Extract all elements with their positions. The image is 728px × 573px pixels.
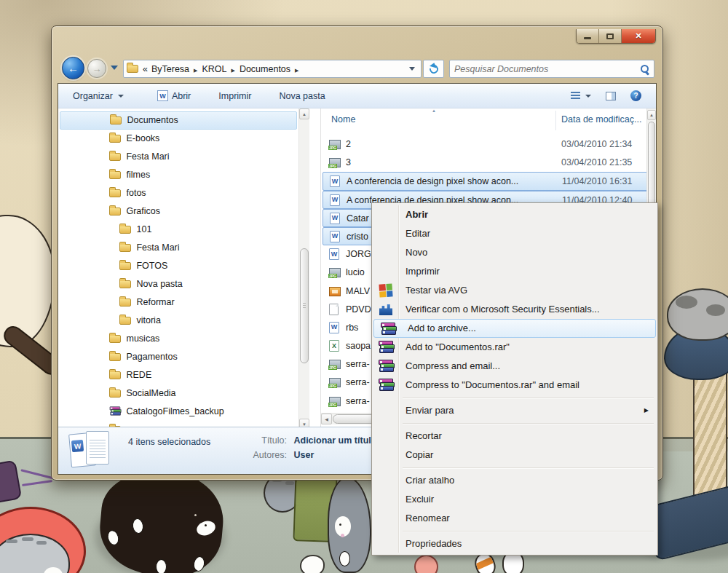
tree-item[interactable]: 101 bbox=[58, 221, 298, 239]
tree-item[interactable]: musicas bbox=[58, 330, 298, 348]
back-arrow-icon: ← bbox=[68, 62, 79, 74]
imprimir-button[interactable]: Imprimir bbox=[211, 88, 258, 104]
tree-item[interactable]: filmes bbox=[58, 166, 298, 184]
tree-item[interactable]: Nova pasta bbox=[58, 275, 298, 293]
menu-item[interactable]: ▶ bbox=[372, 420, 657, 427]
minimize-button[interactable] bbox=[577, 29, 599, 43]
file-name: Catar bbox=[347, 210, 369, 228]
menu-item[interactable]: Recortar ▶ bbox=[372, 427, 657, 446]
history-dropdown-icon[interactable] bbox=[111, 66, 118, 70]
tree-item[interactable]: fotos bbox=[58, 184, 298, 202]
preview-pane-button[interactable] bbox=[598, 89, 623, 103]
tree-item-label: filmes bbox=[126, 170, 150, 180]
tree-item[interactable]: Reformar bbox=[58, 293, 298, 312]
tree-scrollbar-thumb[interactable] bbox=[300, 248, 309, 363]
menu-item-icon bbox=[376, 302, 397, 317]
tree-item-label: vitoria bbox=[136, 315, 160, 325]
tree-item[interactable]: Festa Mari bbox=[58, 239, 298, 257]
menu-item[interactable]: Copiar ▶ bbox=[372, 446, 657, 465]
tree-item[interactable]: SocialMedia bbox=[58, 384, 298, 403]
file-name: lucio bbox=[346, 264, 365, 282]
menu-item[interactable]: Editar ▶ bbox=[372, 224, 657, 243]
file-type-icon: W X bbox=[329, 376, 342, 389]
menu-item[interactable]: Testar via AVG ▶ bbox=[372, 281, 657, 300]
menu-item[interactable]: ▶ bbox=[372, 395, 657, 401]
file-modified-date: 03/04/2010 21:35 bbox=[561, 154, 632, 172]
organizar-button[interactable]: Organizar bbox=[66, 88, 131, 104]
file-type-icon: W X bbox=[330, 213, 343, 225]
menu-item-label: Abrir bbox=[405, 209, 428, 220]
tree-item[interactable]: FOTOS bbox=[58, 257, 298, 275]
breadcrumb-item[interactable]: Documentos bbox=[240, 64, 304, 74]
tree-item[interactable]: E-books bbox=[58, 130, 298, 148]
file-name: cristo bbox=[347, 228, 368, 246]
winrar-icon bbox=[378, 379, 394, 391]
menu-item[interactable]: Novo ▶ bbox=[372, 243, 657, 262]
folder-icon bbox=[119, 260, 134, 270]
file-type-icon: W X bbox=[329, 304, 342, 316]
menu-item[interactable]: Imprimir ▶ bbox=[372, 262, 657, 281]
wallpaper-sleeping-cat bbox=[667, 288, 728, 341]
menu-item[interactable]: ▶ bbox=[372, 528, 657, 534]
menu-item[interactable]: Compress and email... ▶ bbox=[372, 357, 657, 376]
menu-item[interactable]: Add to "Documentos.rar" ▶ bbox=[372, 338, 657, 357]
tree-item[interactable]: Graficos bbox=[58, 202, 298, 221]
winrar-icon bbox=[380, 323, 396, 335]
breadcrumb-item[interactable]: ByTeresa bbox=[151, 64, 202, 74]
back-button[interactable]: ← bbox=[62, 57, 84, 79]
search-icon[interactable] bbox=[640, 64, 649, 74]
nova-pasta-button[interactable]: Nova pasta bbox=[272, 88, 332, 104]
change-view-button[interactable] bbox=[563, 89, 598, 103]
address-bar[interactable]: « ByTeresa KROL Documentos bbox=[123, 60, 422, 78]
menu-item[interactable]: Enviar para ▶ bbox=[372, 401, 657, 420]
title-value[interactable]: Adicionar um título bbox=[293, 435, 376, 446]
breadcrumb-item[interactable]: KROL bbox=[202, 64, 239, 74]
scroll-up-button[interactable]: ▲ bbox=[647, 110, 656, 120]
wallpaper-white-paw bbox=[300, 555, 325, 573]
column-header-name[interactable]: Nome bbox=[331, 114, 355, 125]
address-dropdown-icon[interactable] bbox=[409, 67, 415, 71]
breadcrumb-overflow[interactable]: « bbox=[143, 64, 148, 74]
file-row[interactable]: W X A conferencia de design pixel show a… bbox=[323, 172, 648, 190]
maximize-button[interactable] bbox=[599, 29, 622, 43]
chevron-right-icon[interactable] bbox=[189, 64, 202, 74]
menu-item[interactable]: Excluir ▶ bbox=[372, 490, 657, 509]
forward-button[interactable]: → bbox=[87, 59, 106, 78]
tree-item[interactable]: Festa Mari bbox=[58, 148, 298, 166]
tree-item[interactable]: CatalogoFilmes_backup bbox=[58, 403, 298, 421]
help-button[interactable]: ? bbox=[623, 87, 649, 104]
wallpaper-black-cat bbox=[100, 472, 223, 573]
abrir-button[interactable]: W Abrir bbox=[150, 87, 198, 104]
menu-item[interactable]: Verificar com o Microsoft Security Essen… bbox=[372, 300, 657, 319]
menu-item[interactable]: Propriedades ▶ bbox=[372, 534, 657, 553]
tree-item[interactable]: Pagamentos bbox=[58, 348, 298, 366]
tree-item[interactable]: REDE bbox=[58, 366, 298, 384]
file-modified-date: 03/04/2010 21:34 bbox=[561, 135, 632, 154]
file-row[interactable]: W X 3 03/04/2010 21:35 bbox=[323, 154, 648, 172]
file-type-icon: W X bbox=[329, 395, 342, 408]
menu-item[interactable]: Criar atalho ▶ bbox=[372, 471, 657, 490]
microsoft-security-essentials-icon bbox=[379, 304, 392, 315]
close-button[interactable]: ✕ bbox=[622, 29, 655, 43]
scroll-left-button[interactable]: ◀ bbox=[321, 414, 332, 424]
refresh-button[interactable] bbox=[423, 60, 444, 78]
column-header-modified[interactable]: Data de modificaç... bbox=[561, 114, 641, 125]
file-name: rbs bbox=[346, 319, 358, 337]
chevron-right-icon[interactable] bbox=[290, 64, 303, 74]
menu-item[interactable]: Abrir ▶ bbox=[372, 205, 657, 224]
menu-item[interactable]: Renomear ▶ bbox=[372, 509, 657, 528]
menu-item-label: Imprimir bbox=[405, 266, 440, 277]
menu-item[interactable]: ▶ bbox=[372, 465, 657, 471]
menu-item[interactable]: Compress to "Documentos.rar" and email ▶ bbox=[372, 376, 657, 395]
tree-item[interactable]: Documentos bbox=[60, 111, 297, 130]
word-icon: W bbox=[157, 90, 168, 101]
column-divider[interactable] bbox=[555, 111, 556, 130]
tree-item[interactable]: vitoria bbox=[58, 312, 298, 330]
search-input[interactable] bbox=[454, 64, 640, 74]
chevron-right-icon[interactable] bbox=[227, 64, 240, 74]
selection-count: 4 itens selecionados bbox=[128, 437, 210, 447]
menu-item[interactable]: Add to archive... ▶ bbox=[373, 319, 656, 338]
file-row[interactable]: W X 2 03/04/2010 21:34 bbox=[323, 135, 648, 154]
scroll-up-button[interactable]: ▲ bbox=[299, 108, 309, 119]
authors-value[interactable]: User bbox=[293, 450, 314, 460]
